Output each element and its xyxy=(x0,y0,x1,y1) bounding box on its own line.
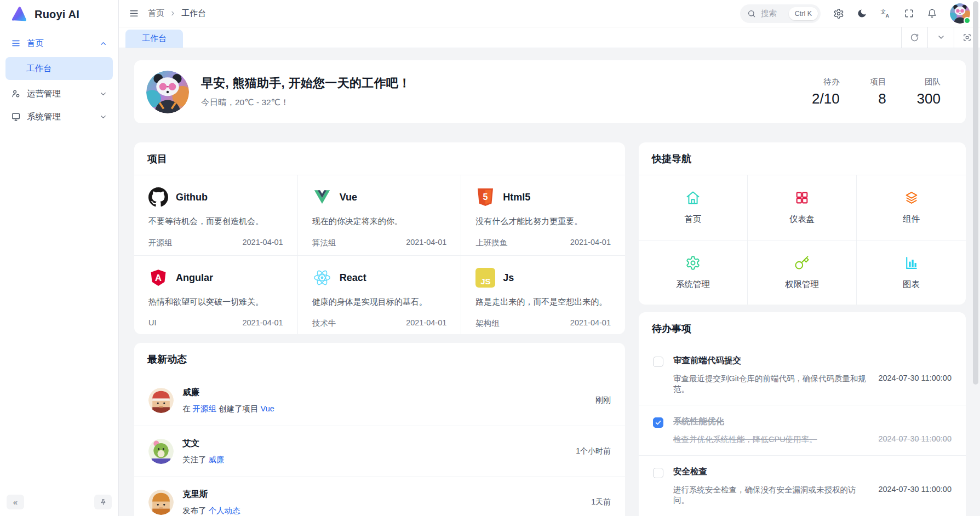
react-icon xyxy=(312,268,332,288)
activity-time: 1天前 xyxy=(591,497,611,507)
quicknav-home[interactable]: 首页 xyxy=(639,175,748,240)
sidebar-item-home[interactable]: 首页 xyxy=(5,32,113,55)
todo-checkbox-checked[interactable] xyxy=(653,417,663,428)
activity-link[interactable]: 开源组 xyxy=(193,404,217,413)
activity-time: 1个小时前 xyxy=(576,446,611,456)
page-scrollbar[interactable] xyxy=(973,1,978,515)
home-icon xyxy=(685,190,701,205)
angular-icon: A xyxy=(148,268,168,288)
stat-todo: 待办 2/10 xyxy=(812,77,840,107)
activity-link[interactable]: Vue xyxy=(261,404,274,413)
left-column: 项目 Github 不要等待机会，而要创造机会。 xyxy=(134,142,625,516)
sidebar-item-workbench[interactable]: 工作台 xyxy=(5,57,113,80)
panel-title: 最新动态 xyxy=(134,343,625,375)
key-icon xyxy=(794,255,810,271)
search-shortcut-badge: Ctrl K xyxy=(789,7,818,20)
activity-link[interactable]: 个人动态 xyxy=(209,506,240,515)
panel-title: 快捷导航 xyxy=(639,142,966,175)
app-logo[interactable]: Ruoyi AI xyxy=(0,0,118,28)
project-card-vue[interactable]: Vue 现在的你决定将来的你。 算法组 2021-04-01 xyxy=(298,175,462,255)
activity-item: 威廉 在 开源组 创建了项目 Vue 刚刚 xyxy=(134,375,625,426)
quicknav-label: 组件 xyxy=(903,214,920,225)
sidebar-item-operations[interactable]: 运营管理 xyxy=(5,82,113,105)
welcome-stats: 待办 2/10 项目 8 团队 300 xyxy=(812,77,941,107)
layers-icon xyxy=(904,190,919,205)
menu-lines-icon xyxy=(11,38,21,48)
scrollbar-thumb[interactable] xyxy=(973,1,978,385)
project-name: React xyxy=(340,272,366,284)
user-avatar[interactable] xyxy=(950,3,970,24)
welcome-text: 早安, 熊猫助手, 开始您一天的工作吧！ 今日晴，20℃ - 32℃！ xyxy=(201,75,410,108)
activity-text-part: 在 xyxy=(182,404,193,413)
project-desc: 健康的身体是实现目标的基石。 xyxy=(312,297,447,307)
sidebar-item-system[interactable]: 系统管理 xyxy=(5,105,113,128)
activity-panel: 最新动态 威 xyxy=(134,343,625,516)
chevron-down-icon xyxy=(99,113,107,121)
project-date: 2021-04-01 xyxy=(570,318,611,329)
project-date: 2021-04-01 xyxy=(406,318,446,329)
project-group: 上班摸鱼 xyxy=(475,238,507,248)
settings-icon[interactable] xyxy=(833,8,844,19)
app-root: Ruoyi AI 首页 工作台 运营管理 xyxy=(0,0,980,516)
avatar xyxy=(148,490,174,515)
pin-sidebar-button[interactable] xyxy=(94,495,112,509)
toggle-sidebar-icon[interactable] xyxy=(129,8,139,19)
todo-item: 审查前端代码提交 审查最近提交到Git仓库的前端代码，确保代码质量和规范。 20… xyxy=(639,345,966,405)
quicknav-system[interactable]: 系统管理 xyxy=(639,240,748,305)
topbar: 首页 工作台 搜索 Ctrl K xyxy=(119,0,980,27)
chevron-right-icon xyxy=(169,10,176,17)
bell-icon[interactable] xyxy=(927,8,937,19)
quicknav-components[interactable]: 组件 xyxy=(857,175,966,240)
project-group: 算法组 xyxy=(312,238,336,248)
project-card-js[interactable]: JS Js 路是走出来的，而不是空想出来的。 架构组 2021-04-01 xyxy=(461,255,625,334)
collapse-sidebar-button[interactable]: « xyxy=(7,495,24,509)
quicknav-charts[interactable]: 图表 xyxy=(857,240,966,305)
user-settings-icon xyxy=(11,89,21,99)
tab-workbench[interactable]: 工作台 xyxy=(125,30,183,48)
chevron-up-icon xyxy=(99,39,107,48)
project-desc: 没有什么才能比努力更重要。 xyxy=(475,216,611,227)
quicknav-panel: 快捷导航 首页 xyxy=(639,142,966,305)
project-card-react[interactable]: React 健康的身体是实现目标的基石。 技术牛 2021-04-01 xyxy=(298,255,462,334)
moon-icon[interactable] xyxy=(857,8,867,19)
todo-date: 2024-07-30 11:00:00 xyxy=(878,374,952,394)
activity-item: 艾文 关注了 威廉 1个小时前 xyxy=(134,426,625,477)
todos-panel: 待办事项 审查前端代码提交 审查最近提交到Git仓库的前端代码，确保代码质量和规… xyxy=(639,312,966,516)
todo-body: 安全检查 进行系统安全检查，确保没有安全漏洞或未授权的访问。 2024-07-3… xyxy=(673,466,952,506)
sidebar: Ruoyi AI 首页 工作台 运营管理 xyxy=(0,0,119,516)
refresh-icon[interactable] xyxy=(901,27,927,48)
quicknav-label: 权限管理 xyxy=(785,279,819,290)
panda-avatar-image xyxy=(146,71,189,113)
breadcrumb-home[interactable]: 首页 xyxy=(148,8,164,19)
sidebar-item-label: 首页 xyxy=(27,38,44,49)
logo-mark-icon xyxy=(10,5,28,24)
quicknav-label: 仪表盘 xyxy=(789,214,815,225)
todo-item: 安全检查 进行系统安全检查，确保没有安全漏洞或未授权的访问。 2024-07-3… xyxy=(639,455,966,516)
quicknav-permissions[interactable]: 权限管理 xyxy=(748,240,857,305)
stat-value: 8 xyxy=(870,90,886,107)
fullscreen-icon[interactable] xyxy=(904,8,914,19)
translate-icon[interactable]: 文A xyxy=(880,8,891,19)
dashboard-icon xyxy=(794,190,810,205)
project-group: UI xyxy=(148,318,157,327)
chevron-down-icon[interactable] xyxy=(927,27,954,48)
search-input[interactable]: 搜索 Ctrl K xyxy=(740,4,821,23)
quicknav-dashboard[interactable]: 仪表盘 xyxy=(748,175,857,240)
activity-text-part: 创建了项目 xyxy=(216,404,261,413)
main-area: 首页 工作台 搜索 Ctrl K xyxy=(119,0,980,516)
pin-icon xyxy=(99,498,107,506)
projects-panel: 项目 Github 不要等待机会，而要创造机会。 xyxy=(134,142,625,334)
activity-text: 在 开源组 创建了项目 Vue xyxy=(182,404,274,414)
todo-date: 2024-07-30 11:00:00 xyxy=(878,485,952,506)
activity-text-part: 关注了 xyxy=(182,455,209,464)
activity-link[interactable]: 威廉 xyxy=(209,455,225,464)
gear-icon xyxy=(685,255,701,271)
sidebar-item-label: 系统管理 xyxy=(27,111,61,123)
project-card-html5[interactable]: 5 Html5 没有什么才能比努力更重要。 上班摸鱼 2021-04-01 xyxy=(461,175,625,255)
stat-label: 项目 xyxy=(870,77,886,87)
project-card-angular[interactable]: A Angular 热情和欲望可以突破一切难关。 UI 2021-04-01 xyxy=(134,255,298,334)
todo-checkbox[interactable] xyxy=(653,357,663,367)
todo-checkbox[interactable] xyxy=(653,468,663,478)
project-card-github[interactable]: Github 不要等待机会，而要创造机会。 开源组 2021-04-01 xyxy=(134,175,298,255)
project-group: 技术牛 xyxy=(312,318,336,329)
